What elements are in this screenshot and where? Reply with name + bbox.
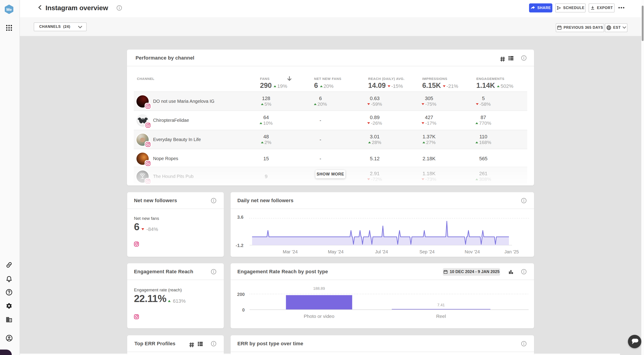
- svg-text:Me: Me: [6, 7, 12, 12]
